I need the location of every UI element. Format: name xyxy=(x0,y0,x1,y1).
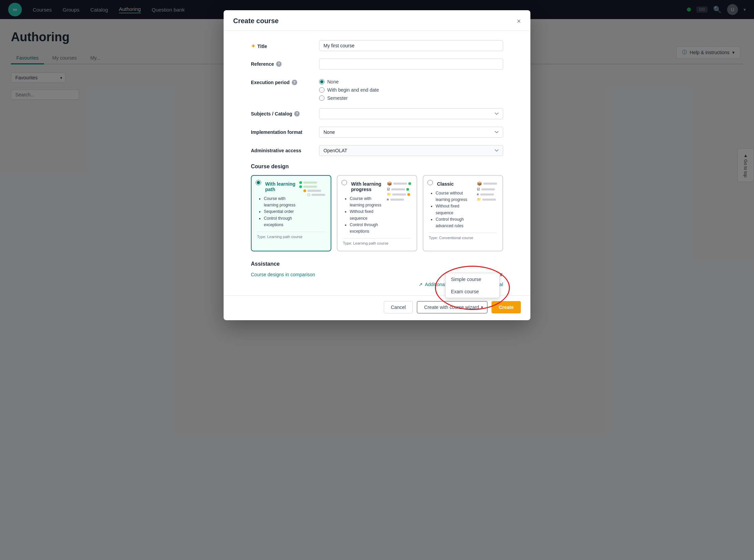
admin-access-control: OpenOLAT xyxy=(319,145,503,156)
course-design-grid: With learning path Course with learning … xyxy=(251,175,503,251)
dropdown-simple-course[interactable]: Simple course xyxy=(446,273,499,285)
implementation-label: Implementation format xyxy=(251,127,319,135)
execution-period-help-icon[interactable]: ? xyxy=(292,80,297,85)
modal-body: ✦ Title Reference ? Execution period ? xyxy=(224,31,530,295)
execution-period-radio-group: None With begin and end date Semester xyxy=(319,77,503,101)
implementation-select[interactable]: None xyxy=(319,127,503,138)
reference-row: Reference ? xyxy=(251,59,503,69)
design-card-learning-progress-list: Course with learning progress Without fi… xyxy=(343,196,384,235)
design-card-learning-progress-title: With learning progress xyxy=(351,181,384,192)
radio-semester[interactable]: Semester xyxy=(319,95,503,101)
execution-period-row: Execution period ? None With begin and e… xyxy=(251,77,503,101)
dropdown-exam-course[interactable]: Exam course xyxy=(446,285,499,298)
course-design-title: Course design xyxy=(251,164,503,170)
design-radio-classic[interactable] xyxy=(427,180,433,185)
title-label: ✦ Title xyxy=(251,40,319,49)
radio-none-input[interactable] xyxy=(319,79,325,84)
execution-period-control: None With begin and end date Semester xyxy=(319,77,503,101)
admin-access-label: Administrative access xyxy=(251,145,319,153)
reference-input[interactable] xyxy=(319,59,503,69)
modal-title: Create course xyxy=(233,17,278,25)
radio-begin-end[interactable]: With begin and end date xyxy=(319,87,503,93)
create-button[interactable]: Create xyxy=(492,301,521,313)
wizard-caret-icon: ▾ xyxy=(481,305,483,310)
radio-none[interactable]: None xyxy=(319,79,503,84)
design-radio-learning-progress[interactable] xyxy=(342,180,347,185)
subjects-row: Subjects / Catalog ? xyxy=(251,108,503,119)
modal-footer: Cancel Create with course wizard ▾ Creat… xyxy=(224,295,530,320)
design-card-learning-path-list: Course with learning progress Sequential… xyxy=(257,196,297,228)
modal-close-button[interactable]: × xyxy=(517,18,521,25)
radio-semester-input[interactable] xyxy=(319,95,325,101)
design-card-learning-path-type: Type: Learning path course xyxy=(257,232,325,239)
reference-label: Reference ? xyxy=(251,59,319,67)
subjects-select[interactable] xyxy=(319,108,503,119)
required-star: ✦ xyxy=(251,43,255,49)
reference-control xyxy=(319,59,503,69)
design-card-classic[interactable]: Classic Course without learning progress… xyxy=(423,175,503,251)
design-card-classic-type: Type: Conventional course xyxy=(429,233,497,240)
external-link-icon: ↗ xyxy=(419,282,423,287)
design-preview-classic: 📦 ☑ ≡ 📁 xyxy=(477,181,497,201)
subjects-help-icon[interactable]: ? xyxy=(294,111,300,116)
create-course-modal: Create course × ✦ Title Reference ? xyxy=(224,10,530,320)
radio-begin-end-input[interactable] xyxy=(319,87,325,93)
design-card-classic-list: Course without learning progress Without… xyxy=(429,190,474,229)
implementation-row: Implementation format None xyxy=(251,127,503,138)
design-card-learning-path[interactable]: With learning path Course with learning … xyxy=(251,175,331,251)
admin-access-select[interactable]: OpenOLAT xyxy=(319,145,503,156)
cancel-button[interactable]: Cancel xyxy=(384,301,413,313)
subjects-label: Subjects / Catalog ? xyxy=(251,108,319,116)
title-row: ✦ Title xyxy=(251,40,503,51)
design-radio-learning-path[interactable] xyxy=(256,180,261,185)
design-card-classic-title: Classic xyxy=(437,181,474,187)
design-card-learning-path-title: With learning path xyxy=(265,181,297,192)
modal-header: Create course × xyxy=(224,10,530,31)
create-with-wizard-button[interactable]: Create with course wizard ▾ xyxy=(417,301,487,313)
reference-help-icon[interactable]: ? xyxy=(276,61,282,67)
title-input[interactable] xyxy=(319,40,503,51)
implementation-control: None xyxy=(319,127,503,138)
subjects-control xyxy=(319,108,503,119)
design-card-learning-progress[interactable]: With learning progress Course with learn… xyxy=(337,175,417,251)
design-preview-learning-progress: 📦 ☑ 📁 ≡ xyxy=(387,181,411,201)
wizard-dropdown-menu: Simple course Exam course xyxy=(445,273,500,298)
execution-period-label: Execution period ? xyxy=(251,77,319,85)
design-preview-learning-path xyxy=(299,181,325,196)
design-card-learning-progress-type: Type: Learning path course xyxy=(343,238,411,245)
admin-access-row: Administrative access OpenOLAT xyxy=(251,145,503,156)
title-control xyxy=(319,40,503,51)
assistance-title: Assistance xyxy=(251,261,503,267)
